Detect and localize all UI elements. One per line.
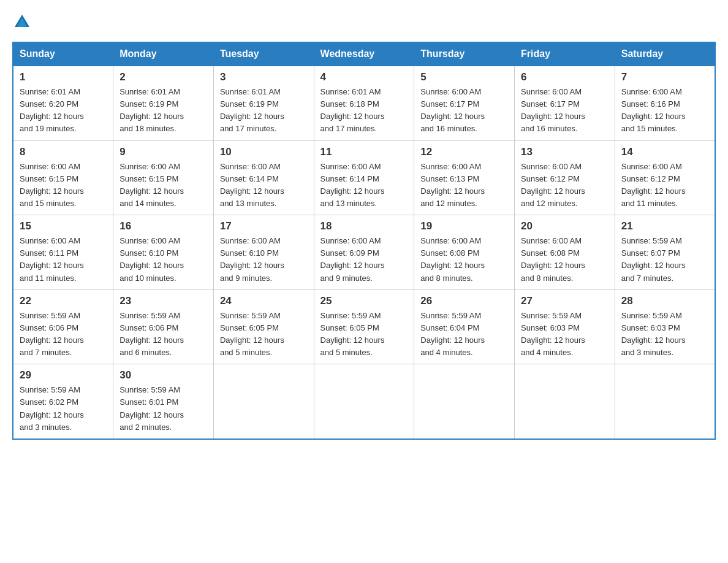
day-info: Sunrise: 5:59 AMSunset: 6:03 PMDaylight:… <box>521 310 609 359</box>
empty-cell <box>515 364 615 439</box>
calendar-week-2: 8Sunrise: 6:00 AMSunset: 6:15 PMDaylight… <box>13 140 715 215</box>
day-number: 29 <box>20 369 107 381</box>
calendar-day-13: 13Sunrise: 6:00 AMSunset: 6:12 PMDayligh… <box>515 140 615 215</box>
page-header <box>12 12 716 29</box>
day-number: 26 <box>420 295 508 307</box>
calendar-header: SundayMondayTuesdayWednesdayThursdayFrid… <box>13 42 715 66</box>
calendar-day-17: 17Sunrise: 6:00 AMSunset: 6:10 PMDayligh… <box>213 215 314 290</box>
calendar-day-12: 12Sunrise: 6:00 AMSunset: 6:13 PMDayligh… <box>414 140 515 215</box>
calendar-week-1: 1Sunrise: 6:01 AMSunset: 6:20 PMDaylight… <box>13 66 715 141</box>
calendar-day-3: 3Sunrise: 6:01 AMSunset: 6:19 PMDaylight… <box>213 66 314 141</box>
day-info: Sunrise: 6:00 AMSunset: 6:16 PMDaylight:… <box>621 86 708 136</box>
day-info: Sunrise: 6:01 AMSunset: 6:18 PMDaylight:… <box>320 86 408 136</box>
header-row: SundayMondayTuesdayWednesdayThursdayFrid… <box>13 42 715 66</box>
header-day-monday: Monday <box>113 42 214 66</box>
day-info: Sunrise: 5:59 AMSunset: 6:01 PMDaylight:… <box>119 384 207 434</box>
day-number: 4 <box>320 71 408 83</box>
calendar-day-8: 8Sunrise: 6:00 AMSunset: 6:15 PMDaylight… <box>13 140 113 215</box>
calendar-day-1: 1Sunrise: 6:01 AMSunset: 6:20 PMDaylight… <box>13 66 113 141</box>
day-number: 7 <box>621 71 708 83</box>
day-number: 10 <box>220 146 308 158</box>
day-info: Sunrise: 6:00 AMSunset: 6:13 PMDaylight:… <box>420 161 508 210</box>
header-day-thursday: Thursday <box>414 42 515 66</box>
calendar-day-19: 19Sunrise: 6:00 AMSunset: 6:08 PMDayligh… <box>414 215 515 290</box>
day-info: Sunrise: 6:00 AMSunset: 6:12 PMDaylight:… <box>621 161 708 210</box>
header-day-tuesday: Tuesday <box>213 42 314 66</box>
calendar-day-23: 23Sunrise: 5:59 AMSunset: 6:06 PMDayligh… <box>113 289 214 364</box>
day-number: 22 <box>20 295 107 307</box>
calendar-day-24: 24Sunrise: 5:59 AMSunset: 6:05 PMDayligh… <box>213 289 314 364</box>
day-number: 30 <box>119 369 207 381</box>
day-number: 8 <box>20 146 107 158</box>
calendar-day-5: 5Sunrise: 6:00 AMSunset: 6:17 PMDaylight… <box>414 66 515 141</box>
day-info: Sunrise: 6:00 AMSunset: 6:14 PMDaylight:… <box>220 161 308 210</box>
day-info: Sunrise: 5:59 AMSunset: 6:07 PMDaylight:… <box>621 235 708 285</box>
calendar-day-11: 11Sunrise: 6:00 AMSunset: 6:14 PMDayligh… <box>314 140 414 215</box>
logo <box>12 12 31 29</box>
calendar-day-25: 25Sunrise: 5:59 AMSunset: 6:05 PMDayligh… <box>314 289 414 364</box>
calendar-day-2: 2Sunrise: 6:01 AMSunset: 6:19 PMDaylight… <box>113 66 214 141</box>
day-number: 24 <box>220 295 308 307</box>
day-number: 15 <box>20 220 107 232</box>
day-number: 1 <box>20 71 107 83</box>
day-number: 18 <box>320 220 408 232</box>
day-info: Sunrise: 6:00 AMSunset: 6:12 PMDaylight:… <box>521 161 609 210</box>
day-info: Sunrise: 6:00 AMSunset: 6:17 PMDaylight:… <box>521 86 609 136</box>
calendar-day-18: 18Sunrise: 6:00 AMSunset: 6:09 PMDayligh… <box>314 215 414 290</box>
day-info: Sunrise: 6:00 AMSunset: 6:11 PMDaylight:… <box>20 235 107 285</box>
day-number: 11 <box>320 146 408 158</box>
day-number: 9 <box>119 146 207 158</box>
calendar-day-30: 30Sunrise: 5:59 AMSunset: 6:01 PMDayligh… <box>113 364 214 439</box>
day-info: Sunrise: 6:00 AMSunset: 6:10 PMDaylight:… <box>220 235 308 285</box>
day-info: Sunrise: 6:00 AMSunset: 6:10 PMDaylight:… <box>119 235 207 285</box>
day-number: 3 <box>220 71 308 83</box>
day-number: 23 <box>119 295 207 307</box>
day-number: 25 <box>320 295 408 307</box>
day-number: 13 <box>521 146 609 158</box>
day-info: Sunrise: 5:59 AMSunset: 6:05 PMDaylight:… <box>320 310 408 359</box>
day-number: 21 <box>621 220 708 232</box>
calendar-week-4: 22Sunrise: 5:59 AMSunset: 6:06 PMDayligh… <box>13 289 715 364</box>
calendar-day-4: 4Sunrise: 6:01 AMSunset: 6:18 PMDaylight… <box>314 66 414 141</box>
calendar-day-27: 27Sunrise: 5:59 AMSunset: 6:03 PMDayligh… <box>515 289 615 364</box>
day-info: Sunrise: 6:01 AMSunset: 6:20 PMDaylight:… <box>20 86 107 136</box>
day-info: Sunrise: 5:59 AMSunset: 6:02 PMDaylight:… <box>20 384 107 434</box>
header-day-saturday: Saturday <box>615 42 715 66</box>
calendar-day-7: 7Sunrise: 6:00 AMSunset: 6:16 PMDaylight… <box>615 66 715 141</box>
calendar-day-9: 9Sunrise: 6:00 AMSunset: 6:15 PMDaylight… <box>113 140 214 215</box>
calendar-day-10: 10Sunrise: 6:00 AMSunset: 6:14 PMDayligh… <box>213 140 314 215</box>
day-info: Sunrise: 6:00 AMSunset: 6:08 PMDaylight:… <box>521 235 609 285</box>
day-info: Sunrise: 5:59 AMSunset: 6:06 PMDaylight:… <box>119 310 207 359</box>
calendar-day-28: 28Sunrise: 5:59 AMSunset: 6:03 PMDayligh… <box>615 289 715 364</box>
day-info: Sunrise: 5:59 AMSunset: 6:03 PMDaylight:… <box>621 310 708 359</box>
logo-icon <box>13 12 31 29</box>
header-day-friday: Friday <box>515 42 615 66</box>
calendar-day-20: 20Sunrise: 6:00 AMSunset: 6:08 PMDayligh… <box>515 215 615 290</box>
day-number: 19 <box>420 220 508 232</box>
day-number: 2 <box>119 71 207 83</box>
calendar-table: SundayMondayTuesdayWednesdayThursdayFrid… <box>12 42 716 440</box>
day-info: Sunrise: 6:00 AMSunset: 6:14 PMDaylight:… <box>320 161 408 210</box>
day-number: 5 <box>420 71 508 83</box>
calendar-body: 1Sunrise: 6:01 AMSunset: 6:20 PMDaylight… <box>13 66 715 439</box>
day-info: Sunrise: 6:00 AMSunset: 6:15 PMDaylight:… <box>119 161 207 210</box>
calendar-day-15: 15Sunrise: 6:00 AMSunset: 6:11 PMDayligh… <box>13 215 113 290</box>
calendar-day-21: 21Sunrise: 5:59 AMSunset: 6:07 PMDayligh… <box>615 215 715 290</box>
day-info: Sunrise: 6:00 AMSunset: 6:09 PMDaylight:… <box>320 235 408 285</box>
day-info: Sunrise: 6:00 AMSunset: 6:15 PMDaylight:… <box>20 161 107 210</box>
calendar-day-26: 26Sunrise: 5:59 AMSunset: 6:04 PMDayligh… <box>414 289 515 364</box>
day-number: 16 <box>119 220 207 232</box>
header-day-sunday: Sunday <box>13 42 113 66</box>
empty-cell <box>414 364 515 439</box>
calendar-day-22: 22Sunrise: 5:59 AMSunset: 6:06 PMDayligh… <box>13 289 113 364</box>
day-info: Sunrise: 6:00 AMSunset: 6:17 PMDaylight:… <box>420 86 508 136</box>
calendar-day-29: 29Sunrise: 5:59 AMSunset: 6:02 PMDayligh… <box>13 364 113 439</box>
empty-cell <box>213 364 314 439</box>
day-number: 27 <box>521 295 609 307</box>
day-number: 28 <box>621 295 708 307</box>
day-number: 14 <box>621 146 708 158</box>
day-info: Sunrise: 5:59 AMSunset: 6:06 PMDaylight:… <box>20 310 107 359</box>
day-number: 12 <box>420 146 508 158</box>
calendar-day-16: 16Sunrise: 6:00 AMSunset: 6:10 PMDayligh… <box>113 215 214 290</box>
calendar-week-3: 15Sunrise: 6:00 AMSunset: 6:11 PMDayligh… <box>13 215 715 290</box>
